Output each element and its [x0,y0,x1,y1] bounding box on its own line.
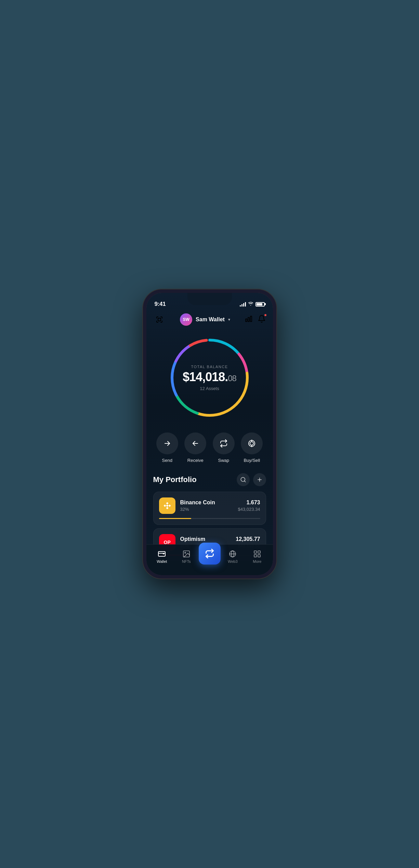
bottom-nav: Wallet NFTs [146,544,273,575]
header: SW Sam Wallet ▾ [146,311,273,330]
svg-marker-24 [166,505,168,507]
add-button[interactable] [253,473,266,486]
svg-rect-33 [254,551,257,553]
svg-marker-23 [168,505,171,507]
nav-more[interactable]: More [245,550,270,563]
bnb-amount: 1.673 [238,500,260,506]
bnb-usd: $43,023.34 [238,507,260,512]
more-nav-icon [253,550,261,558]
swap-button[interactable] [213,432,235,454]
more-nav-label: More [253,559,261,563]
balance-amount: $14,018.08 [183,371,236,383]
svg-point-29 [185,552,186,553]
receive-action[interactable]: Receive [184,432,206,463]
wallet-nav-label: Wallet [157,559,167,563]
send-button[interactable] [156,432,178,454]
avatar: SW [180,313,192,326]
svg-rect-1 [246,319,247,322]
nav-nfts[interactable]: NFTs [174,550,199,563]
phone-frame: 9:41 [143,289,276,579]
notch [187,293,232,305]
receive-button[interactable] [184,432,206,454]
nfts-nav-label: NFTs [182,559,191,563]
svg-rect-3 [250,316,252,322]
swap-action[interactable]: Swap [213,432,235,463]
bnb-info: Binance Coin 32% [180,500,233,512]
op-amount: 12,305.77 [236,536,260,542]
bnb-values: 1.673 $43,023.34 [238,500,260,512]
screen: 9:41 [146,293,273,575]
notifications-button[interactable] [258,315,266,324]
notification-badge [264,313,267,317]
bnb-icon [159,497,175,514]
scan-button[interactable] [153,313,166,326]
svg-rect-0 [158,318,161,321]
svg-rect-2 [248,318,249,322]
search-button[interactable] [237,473,250,486]
status-time: 9:41 [155,301,166,308]
svg-rect-35 [254,555,257,557]
nav-web3[interactable]: Web3 [221,550,245,563]
wallet-selector[interactable]: SW Sam Wallet ▾ [180,313,230,326]
signal-bars-icon [240,302,246,307]
swap-label: Swap [218,458,229,463]
balance-display: TOTAL BALANCE $14,018.08 12 Assets [183,365,236,391]
send-action[interactable]: Send [156,432,178,463]
portfolio-actions [237,473,266,486]
search-icon [240,477,246,483]
actions-section: Send Receive [146,429,273,473]
svg-rect-36 [258,555,260,557]
nav-center-action[interactable] [199,543,221,565]
add-icon [257,477,263,483]
svg-rect-34 [258,551,260,553]
scan-icon [155,315,163,324]
svg-marker-25 [166,507,168,509]
chevron-down-icon: ▾ [228,317,230,322]
wifi-icon [248,301,253,307]
battery-icon [256,302,265,307]
svg-marker-21 [166,502,168,505]
web3-nav-label: Web3 [228,559,238,563]
op-name: Optimism [180,536,231,542]
send-icon [163,439,171,448]
send-label: Send [162,458,172,463]
balance-cents: 08 [228,374,236,383]
assets-count: 12 Assets [183,386,236,391]
bnb-percent: 32% [180,507,233,512]
buysell-action[interactable]: Buy/Sell [241,432,263,463]
bnb-progress-fill [159,518,192,519]
header-actions [245,315,266,324]
balance-label: TOTAL BALANCE [183,365,236,369]
web3-nav-icon [228,550,237,558]
nav-wallet[interactable]: Wallet [150,550,174,563]
swap-nav-icon [205,549,214,558]
buysell-icon [248,439,256,448]
wallet-nav-icon [158,550,166,558]
wallet-name: Sam Wallet [196,316,225,323]
chart-section: TOTAL BALANCE $14,018.08 12 Assets [146,330,273,429]
portfolio-header: My Portfolio [153,473,266,486]
buysell-label: Buy/Sell [244,458,260,463]
chart-icon [245,315,253,323]
buysell-button[interactable] [241,432,263,454]
bnb-name: Binance Coin [180,500,233,506]
asset-card-bnb[interactable]: Binance Coin 32% 1.673 $43,023.34 [153,492,266,525]
status-icons [240,301,265,307]
nfts-nav-icon [182,550,191,558]
svg-marker-22 [163,505,166,507]
bnb-progress-bar [159,518,260,519]
receive-label: Receive [187,458,204,463]
donut-chart: TOTAL BALANCE $14,018.08 12 Assets [165,333,254,422]
svg-point-14 [250,442,253,445]
receive-icon [191,439,199,448]
portfolio-title: My Portfolio [153,475,197,484]
swap-icon [220,439,228,448]
svg-line-18 [244,481,245,482]
chart-button[interactable] [245,315,253,324]
